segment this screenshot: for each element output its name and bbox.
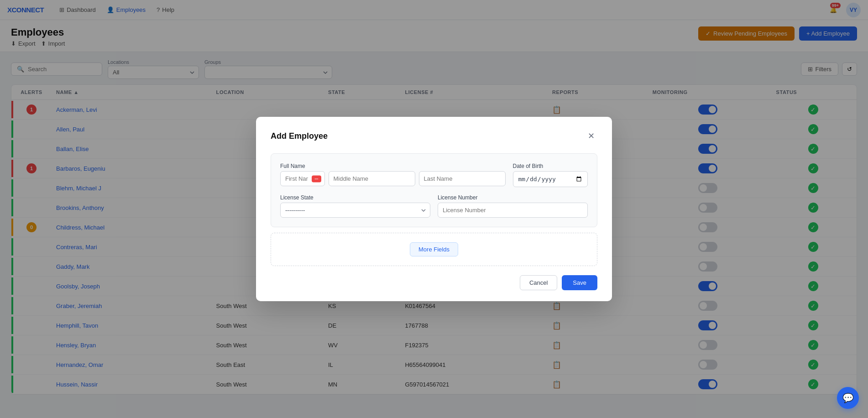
dob-group: Date of Birth <box>513 163 588 187</box>
modal-header: Add Employee ✕ <box>271 130 597 142</box>
full-name-group: Full Name ··· <box>280 163 506 187</box>
license-number-input[interactable] <box>438 203 588 218</box>
last-name-input[interactable] <box>419 171 506 186</box>
cancel-button[interactable]: Cancel <box>520 275 557 290</box>
license-state-select[interactable]: ---------- <box>280 203 430 218</box>
modal-body: Full Name ··· Date of Birth <box>271 153 597 266</box>
license-number-group: License Number <box>438 194 588 218</box>
license-number-label: License Number <box>438 194 588 201</box>
first-name-wrap: ··· <box>280 171 325 186</box>
form-card: Full Name ··· Date of Birth <box>271 153 597 227</box>
chat-icon: 💬 <box>842 392 854 402</box>
license-row: License State ---------- License Number <box>280 194 588 218</box>
license-state-group: License State ---------- <box>280 194 430 218</box>
modal-close-button[interactable]: ✕ <box>585 130 597 142</box>
save-button[interactable]: Save <box>562 275 597 290</box>
required-badge: ··· <box>312 175 321 182</box>
modal-footer: Cancel Save <box>271 272 597 290</box>
license-state-label: License State <box>280 194 430 201</box>
modal-overlay: Add Employee ✕ Full Name ··· <box>0 0 868 402</box>
add-employee-modal: Add Employee ✕ Full Name ··· <box>256 117 612 301</box>
name-dob-row: Full Name ··· Date of Birth <box>280 163 588 187</box>
dob-input[interactable] <box>513 171 588 187</box>
modal-title: Add Employee <box>271 131 328 141</box>
more-fields-button[interactable]: More Fields <box>410 242 458 256</box>
dob-label: Date of Birth <box>513 163 588 169</box>
middle-name-input[interactable] <box>329 171 415 186</box>
full-name-label: Full Name <box>280 163 506 169</box>
name-inputs: ··· <box>280 171 506 186</box>
more-fields-area: More Fields <box>271 233 597 266</box>
